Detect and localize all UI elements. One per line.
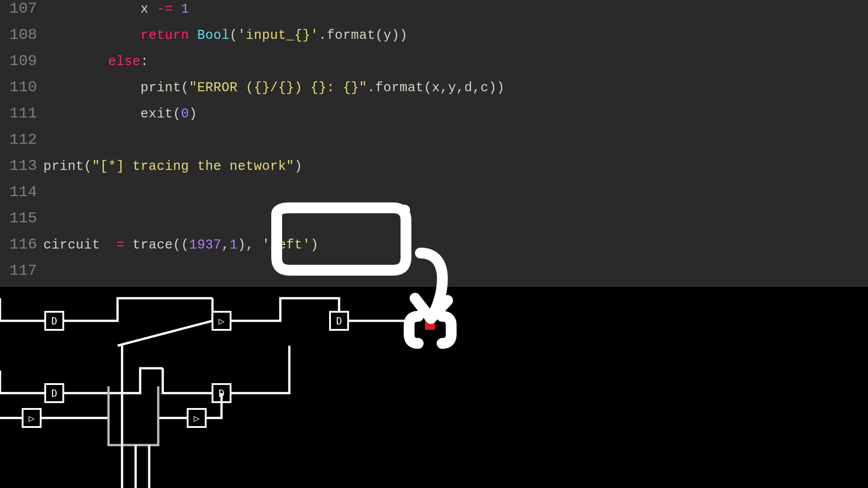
- code-line[interactable]: 115: [0, 210, 868, 236]
- line-number: 116: [0, 236, 43, 253]
- code-text[interactable]: x -= 1: [43, 2, 189, 17]
- circuit-diagram-panel: .wire { stroke:#fff; stroke-width:5; fil…: [0, 287, 868, 488]
- line-number: 115: [0, 210, 43, 227]
- svg-text:D: D: [51, 388, 57, 399]
- code-line[interactable]: 117: [0, 262, 868, 288]
- code-text[interactable]: print("[*] tracing the network"): [43, 159, 302, 174]
- code-text[interactable]: else:: [43, 54, 149, 69]
- code-text[interactable]: exit(0): [43, 107, 197, 122]
- code-line[interactable]: 110 print("ERROR ({}/{}) {}: {}".format(…: [0, 79, 868, 105]
- code-text[interactable]: return Bool('input_{}'.format(y)): [43, 28, 408, 43]
- code-line[interactable]: 112: [0, 131, 868, 157]
- svg-text:D: D: [51, 315, 57, 327]
- line-number: 111: [0, 105, 43, 122]
- code-line[interactable]: 111 exit(0): [0, 105, 868, 131]
- code-line[interactable]: 113 print("[*] tracing the network"): [0, 157, 868, 183]
- svg-text:▷: ▷: [193, 413, 200, 424]
- line-number: 110: [0, 79, 43, 96]
- code-line[interactable]: 108 return Bool('input_{}'.format(y)): [0, 26, 868, 52]
- line-number: 113: [0, 157, 43, 174]
- line-number: 107: [0, 0, 43, 17]
- svg-text:▷: ▷: [218, 315, 225, 327]
- line-number: 108: [0, 26, 43, 43]
- code-line[interactable]: 114: [0, 183, 868, 210]
- svg-text:▷: ▷: [28, 413, 35, 424]
- circuit-target-pixel[interactable]: [425, 320, 435, 330]
- line-number: 109: [0, 52, 43, 70]
- code-line[interactable]: 107 x -= 1: [0, 0, 868, 26]
- line-number: 112: [0, 131, 43, 148]
- code-line[interactable]: 116 circuit = trace((1937,1), 'left'): [0, 236, 868, 262]
- code-text[interactable]: circuit = trace((1937,1), 'left'): [43, 238, 319, 253]
- svg-text:D: D: [336, 315, 342, 327]
- line-number: 114: [0, 183, 43, 201]
- line-number: 117: [0, 262, 43, 279]
- code-line[interactable]: 109 else:: [0, 52, 868, 79]
- code-text[interactable]: print("ERROR ({}/{}) {}: {}".format(x,y,…: [43, 80, 505, 95]
- circuit-diagram[interactable]: .wire { stroke:#fff; stroke-width:5; fil…: [0, 287, 868, 488]
- code-editor[interactable]: 107 x -= 1 108 return Bool('input_{}'.fo…: [0, 0, 868, 288]
